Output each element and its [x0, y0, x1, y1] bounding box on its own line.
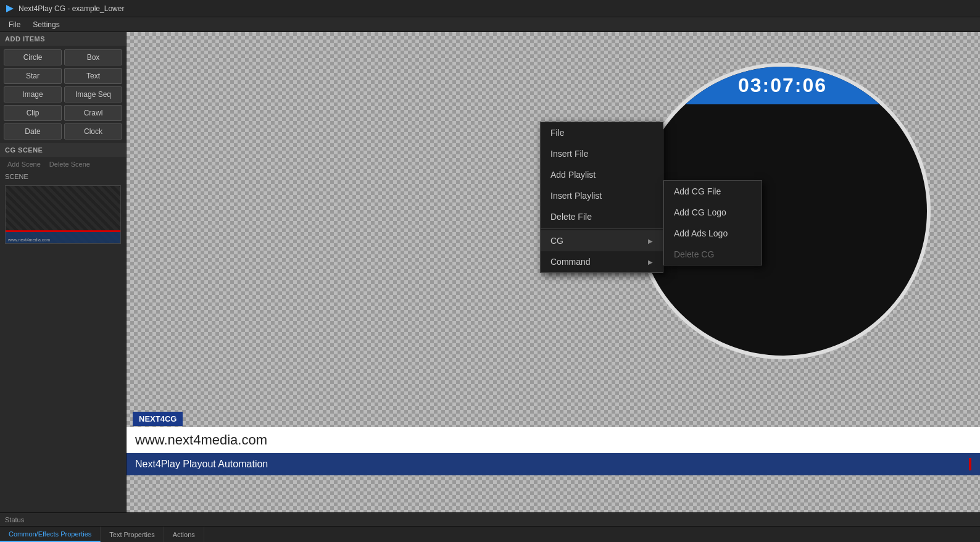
context-menu-item-cg[interactable]: CG ▶	[541, 230, 663, 251]
add-items-grid: Circle Box Star Text Image Image Seq Cli…	[0, 46, 126, 143]
sub-menu-add-ads-logo[interactable]: Add Ads Logo	[664, 223, 762, 244]
status-label: Status	[5, 516, 24, 523]
add-clock-button[interactable]: Clock	[64, 123, 122, 140]
context-menu-item-insert-playlist[interactable]: Insert Playlist	[541, 185, 663, 206]
statusbar: Status	[0, 512, 980, 526]
cg-arrow-icon: ▶	[648, 238, 653, 244]
context-menu-item-delete-file[interactable]: Delete File	[541, 206, 663, 227]
sub-menu-add-cg-logo[interactable]: Add CG Logo	[664, 202, 762, 223]
scene-label: SCENE	[0, 172, 126, 183]
add-crawl-button[interactable]: Crawl	[64, 105, 122, 121]
content-area: ADD ITEMS Circle Box Star Text Image Ima…	[0, 32, 980, 512]
scene-thumbnail[interactable]: www.next4media.com	[5, 185, 121, 244]
add-clip-button[interactable]: Clip	[4, 105, 62, 121]
menu-file[interactable]: File	[2, 19, 27, 30]
context-menu-item-add-playlist[interactable]: Add Playlist	[541, 164, 663, 185]
add-date-button[interactable]: Date	[4, 123, 62, 140]
add-text-button[interactable]: Text	[64, 68, 122, 84]
canvas-area[interactable]: NEXT4CG www.next4media.com Next4Play Pla…	[127, 32, 980, 512]
add-image-button[interactable]: Image	[4, 86, 62, 102]
add-box-button[interactable]: Box	[64, 49, 122, 65]
command-arrow-icon: ▶	[648, 259, 653, 265]
delete-scene-button[interactable]: Delete Scene	[47, 159, 93, 169]
sidebar: ADD ITEMS Circle Box Star Text Image Ima…	[0, 32, 127, 512]
cg-scene-header: CG SCENE	[0, 143, 126, 157]
add-scene-button[interactable]: Add Scene	[5, 159, 43, 169]
add-items-header: ADD ITEMS	[0, 32, 126, 46]
tab-text-properties[interactable]: Text Properties	[101, 527, 164, 542]
context-menu-item-command[interactable]: Command ▶	[541, 251, 663, 272]
tab-actions[interactable]: Actions	[164, 527, 204, 542]
context-menu: File Insert File Add Playlist Insert Pla…	[540, 122, 663, 273]
menubar: File Settings	[0, 17, 980, 32]
add-star-button[interactable]: Star	[4, 68, 62, 84]
menu-settings[interactable]: Settings	[27, 19, 65, 30]
sub-menu-delete-cg[interactable]: Delete CG	[664, 244, 762, 265]
add-imageseq-button[interactable]: Image Seq	[64, 86, 122, 102]
titlebar: Next4Play CG - example_Lower	[0, 0, 980, 17]
svg-marker-0	[6, 5, 14, 12]
context-menu-item-insert-file[interactable]: Insert File	[541, 143, 663, 164]
context-menu-divider	[541, 228, 663, 229]
bottom-tabs: Common/Effects Properties Text Propertie…	[0, 526, 980, 542]
sub-menu: Add CG File Add CG Logo Add Ads Logo Del…	[663, 180, 762, 265]
tab-common-effects[interactable]: Common/Effects Properties	[0, 527, 101, 542]
app-title: Next4Play CG - example_Lower	[19, 4, 124, 13]
scene-actions: Add Scene Delete Scene	[0, 157, 126, 172]
add-circle-button[interactable]: Circle	[4, 49, 62, 65]
sub-menu-add-cg-file[interactable]: Add CG File	[664, 181, 762, 202]
thumbnail-text: www.next4media.com	[8, 238, 50, 242]
context-menu-item-file[interactable]: File	[541, 122, 663, 143]
app-icon	[5, 4, 15, 14]
main-layout: ADD ITEMS Circle Box Star Text Image Ima…	[0, 32, 980, 542]
